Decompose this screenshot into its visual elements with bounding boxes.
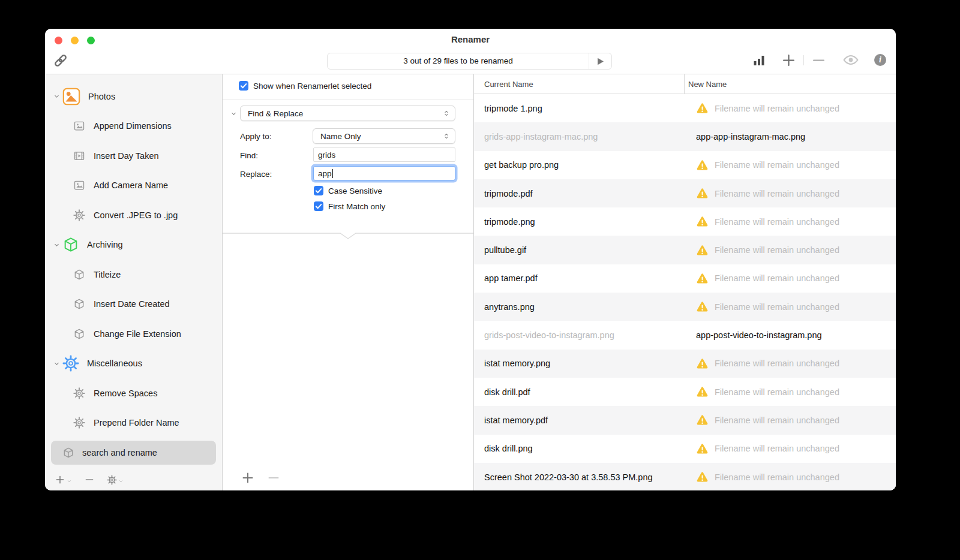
current-name-cell: grids-post-video-to-instagram.png bbox=[474, 330, 684, 340]
add-action-button[interactable] bbox=[241, 471, 255, 485]
table-row[interactable]: grids-app-instagram-mac.png app-app-inst… bbox=[474, 122, 896, 150]
toolbar-divider bbox=[803, 55, 804, 65]
cube-icon bbox=[73, 269, 85, 281]
current-name-cell: app tamer.pdf bbox=[474, 273, 684, 283]
app-window: Renamer 3 out of 29 files to be renamed … bbox=[45, 29, 896, 490]
table-row[interactable]: Screen Shot 2022-03-30 at 3.58.53 PM.png… bbox=[474, 463, 896, 490]
play-icon bbox=[594, 55, 607, 68]
new-name-cell: Filename will remain unchanged bbox=[684, 300, 896, 313]
titlebar: Renamer 3 out of 29 files to be renamed … bbox=[45, 29, 896, 74]
gear-blue-icon bbox=[62, 355, 79, 372]
table-row[interactable]: pulltube.gif Filename will remain unchan… bbox=[474, 236, 896, 264]
table-row[interactable]: anytrans.png Filename will remain unchan… bbox=[474, 293, 896, 321]
current-name-cell: istat memory.png bbox=[474, 359, 684, 368]
remove-icon[interactable] bbox=[811, 52, 827, 68]
file-table: Current Name New Name tripmode 1.png Fil… bbox=[474, 74, 896, 490]
apply-to-dropdown[interactable]: Name Only bbox=[313, 128, 455, 144]
table-row[interactable]: get backup pro.png Filename will remain … bbox=[474, 151, 896, 179]
checkbox-checked-icon[interactable] bbox=[314, 186, 323, 195]
remove-action-button[interactable] bbox=[266, 471, 281, 485]
sidebar-item-change-file-extension[interactable]: Change File Extension bbox=[45, 319, 222, 349]
remove-renamerlet-button[interactable] bbox=[84, 474, 95, 485]
sidebar-group-miscellaneous[interactable]: Miscellaneous bbox=[45, 349, 222, 379]
sidebar-group-photos[interactable]: Photos bbox=[45, 82, 222, 112]
window-title: Renamer bbox=[45, 34, 896, 44]
run-rename-button[interactable] bbox=[589, 53, 611, 69]
warning-icon bbox=[696, 300, 709, 313]
table-row[interactable]: app tamer.pdf Filename will remain uncha… bbox=[474, 264, 896, 293]
cube-icon bbox=[73, 328, 85, 340]
sidebar-item-remove-spaces[interactable]: Remove Spaces bbox=[45, 378, 222, 408]
gear-icon bbox=[73, 417, 85, 429]
new-name-cell: Filename will remain unchanged bbox=[684, 471, 896, 483]
table-row[interactable]: istat memory.pdf Filename will remain un… bbox=[474, 406, 896, 434]
current-name-cell: tripmode.pdf bbox=[474, 189, 684, 198]
updown-chevrons-icon bbox=[442, 109, 451, 118]
image-icon bbox=[73, 179, 85, 191]
table-row[interactable]: disk drill.png Filename will remain unch… bbox=[474, 435, 896, 463]
sidebar-item-insert-date-created[interactable]: Insert Date Created bbox=[45, 290, 222, 320]
first-match-label: First Match only bbox=[328, 202, 385, 211]
gear-icon bbox=[73, 209, 85, 221]
add-renamerlet-button[interactable] bbox=[55, 474, 72, 485]
stats-bars-icon[interactable] bbox=[752, 53, 766, 67]
new-name-cell: Filename will remain unchanged bbox=[684, 386, 896, 398]
current-name-cell: grids-app-instagram-mac.png bbox=[474, 132, 684, 141]
table-row[interactable]: tripmode.pdf Filename will remain unchan… bbox=[474, 179, 896, 207]
current-name-cell: Screen Shot 2022-03-30 at 3.58.53 PM.png bbox=[474, 472, 684, 482]
column-header-current-name[interactable]: Current Name bbox=[474, 80, 684, 89]
table-row[interactable]: tripmode 1.png Filename will remain unch… bbox=[474, 94, 896, 122]
collapse-notch-divider[interactable] bbox=[223, 233, 473, 240]
new-name-cell: Filename will remain unchanged bbox=[684, 272, 896, 285]
current-name-cell: disk drill.png bbox=[474, 444, 684, 453]
sidebar-item-insert-day-taken[interactable]: Insert Day Taken bbox=[45, 141, 222, 171]
chevron-down-icon bbox=[67, 478, 72, 484]
chevron-down-icon[interactable] bbox=[230, 110, 238, 118]
replace-input[interactable]: app bbox=[313, 166, 455, 180]
toolbar-icons: i bbox=[752, 51, 886, 69]
sidebar-item-titleize[interactable]: Titleize bbox=[45, 260, 222, 290]
show-when-selected-label: Show when Renamerlet selected bbox=[253, 82, 371, 91]
cube-icon bbox=[73, 298, 85, 310]
new-name-cell: Filename will remain unchanged bbox=[684, 159, 896, 171]
table-row[interactable]: disk drill.pdf Filename will remain unch… bbox=[474, 378, 896, 406]
sidebar-item-append-dimensions[interactable]: Append Dimensions bbox=[45, 112, 222, 141]
warning-icon bbox=[696, 187, 709, 200]
case-sensitive-row: Case Sensitive bbox=[314, 186, 382, 195]
table-row[interactable]: tripmode.png Filename will remain unchan… bbox=[474, 207, 896, 236]
gear-icon bbox=[73, 387, 85, 399]
action-dropdown[interactable]: Find & Replace bbox=[240, 106, 455, 121]
updown-chevrons-icon bbox=[442, 131, 451, 141]
warning-icon bbox=[696, 215, 709, 228]
new-name-cell: Filename will remain unchanged bbox=[684, 244, 896, 257]
find-input[interactable]: grids bbox=[313, 147, 455, 162]
warning-icon bbox=[696, 272, 709, 285]
sidebar-item-add-camera-name[interactable]: Add Camera Name bbox=[45, 171, 222, 201]
add-icon[interactable] bbox=[781, 52, 797, 68]
sidebar-item-prepend-folder-name[interactable]: Prepend Folder Name bbox=[45, 408, 222, 438]
warning-icon bbox=[696, 102, 709, 115]
chevron-down-icon[interactable] bbox=[53, 360, 61, 368]
preview-eye-icon[interactable] bbox=[842, 52, 859, 68]
chevron-down-icon[interactable] bbox=[53, 241, 61, 249]
show-when-selected-row: Show when Renamerlet selected bbox=[239, 81, 371, 91]
link-icon[interactable] bbox=[53, 53, 68, 68]
table-row[interactable]: istat memory.png Filename will remain un… bbox=[474, 350, 896, 378]
checkbox-checked-icon[interactable] bbox=[239, 81, 248, 91]
sidebar: Photos Append Dimensions Insert Day Take… bbox=[45, 74, 223, 490]
chevron-down-icon[interactable] bbox=[53, 92, 61, 100]
table-row[interactable]: grids-post-video-to-instagram.png app-po… bbox=[474, 321, 896, 349]
sidebar-item-search-and-rename[interactable]: search and rename bbox=[51, 441, 216, 465]
sidebar-item-convert-jpeg[interactable]: Convert .JPEG to .jpg bbox=[45, 200, 222, 230]
chevron-down-icon bbox=[118, 478, 124, 484]
warning-icon bbox=[696, 471, 709, 483]
column-header-new-name[interactable]: New Name bbox=[685, 80, 727, 89]
new-name-cell: Filename will remain unchanged bbox=[684, 187, 896, 200]
current-name-cell: disk drill.pdf bbox=[474, 387, 684, 397]
current-name-cell: tripmode.png bbox=[474, 217, 684, 227]
action-gear-button[interactable] bbox=[107, 475, 124, 485]
info-icon[interactable]: i bbox=[874, 54, 886, 66]
sidebar-group-archiving[interactable]: Archiving bbox=[45, 230, 222, 260]
cube-green-icon bbox=[62, 236, 79, 253]
checkbox-checked-icon[interactable] bbox=[314, 201, 323, 211]
